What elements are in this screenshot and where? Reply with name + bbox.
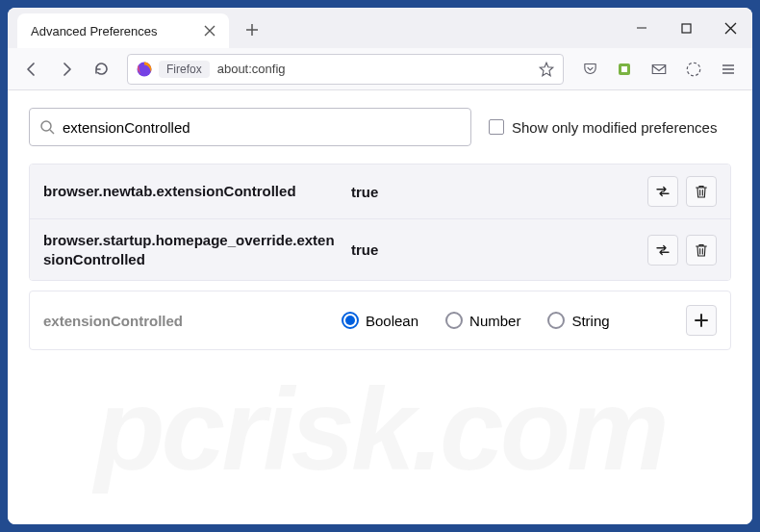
account-icon[interactable] bbox=[679, 55, 708, 84]
search-box[interactable] bbox=[29, 108, 471, 146]
svg-point-4 bbox=[687, 63, 700, 76]
type-selector: Boolean Number String bbox=[342, 312, 686, 329]
type-boolean-radio[interactable]: Boolean bbox=[342, 312, 418, 329]
mail-icon[interactable] bbox=[645, 55, 673, 84]
firefox-icon bbox=[136, 61, 153, 78]
svg-point-5 bbox=[41, 121, 51, 131]
back-button[interactable] bbox=[17, 55, 46, 84]
type-label: Number bbox=[469, 313, 520, 329]
new-tab-button[interactable] bbox=[239, 16, 266, 43]
type-label: Boolean bbox=[366, 313, 418, 329]
preference-list: browser.newtab.extensionControlled true … bbox=[29, 164, 731, 281]
forward-button[interactable] bbox=[52, 55, 81, 84]
checkbox-label: Show only modified preferences bbox=[512, 119, 717, 136]
address-bar[interactable]: Firefox about:config bbox=[127, 54, 564, 85]
firefox-window: Advanced Preferences bbox=[8, 8, 752, 524]
toolbar: Firefox about:config bbox=[8, 48, 752, 90]
preference-name: browser.startup.homepage_override.extens… bbox=[43, 231, 342, 268]
search-icon bbox=[39, 119, 55, 135]
create-preference-row: extensionControlled Boolean Number Strin… bbox=[29, 291, 731, 350]
toggle-button[interactable] bbox=[647, 235, 678, 266]
radio-icon bbox=[547, 312, 565, 329]
close-window-button[interactable] bbox=[708, 8, 752, 48]
extension-icon[interactable] bbox=[610, 55, 639, 84]
titlebar: Advanced Preferences bbox=[8, 8, 752, 48]
type-number-radio[interactable]: Number bbox=[445, 312, 520, 329]
pocket-icon[interactable] bbox=[575, 55, 604, 84]
preference-value: true bbox=[342, 184, 647, 200]
menu-button[interactable] bbox=[714, 55, 743, 84]
bookmark-star-icon[interactable] bbox=[538, 61, 555, 78]
toggle-button[interactable] bbox=[647, 176, 678, 207]
preference-actions bbox=[647, 176, 717, 207]
search-input[interactable] bbox=[63, 119, 461, 136]
preference-row: browser.newtab.extensionControlled true bbox=[30, 165, 730, 219]
browser-tab[interactable]: Advanced Preferences bbox=[17, 13, 229, 48]
add-preference-button[interactable] bbox=[686, 305, 717, 336]
reload-button[interactable] bbox=[87, 55, 115, 84]
minimize-button[interactable] bbox=[620, 8, 664, 48]
type-label: String bbox=[571, 313, 609, 329]
radio-icon bbox=[445, 312, 463, 329]
search-row: Show only modified preferences bbox=[29, 108, 731, 146]
window-controls bbox=[620, 8, 752, 48]
identity-badge: Firefox bbox=[159, 61, 210, 78]
create-preference-name: extensionControlled bbox=[43, 313, 342, 329]
delete-button[interactable] bbox=[686, 176, 717, 207]
preference-value: true bbox=[342, 241, 647, 258]
url-text: about:config bbox=[217, 62, 286, 76]
svg-rect-3 bbox=[621, 66, 627, 72]
type-string-radio[interactable]: String bbox=[547, 312, 609, 329]
close-tab-icon[interactable] bbox=[202, 23, 217, 38]
delete-button[interactable] bbox=[686, 235, 717, 266]
tab-title: Advanced Preferences bbox=[31, 24, 158, 38]
svg-rect-0 bbox=[682, 24, 691, 33]
checkbox-icon bbox=[489, 119, 504, 135]
radio-icon bbox=[342, 312, 359, 329]
preference-row: browser.startup.homepage_override.extens… bbox=[30, 219, 730, 280]
maximize-button[interactable] bbox=[664, 8, 708, 48]
preference-name: browser.newtab.extensionControlled bbox=[43, 182, 342, 201]
show-modified-checkbox[interactable]: Show only modified preferences bbox=[489, 119, 717, 136]
about-config-content: Show only modified preferences browser.n… bbox=[8, 90, 752, 524]
preference-actions bbox=[647, 235, 717, 266]
